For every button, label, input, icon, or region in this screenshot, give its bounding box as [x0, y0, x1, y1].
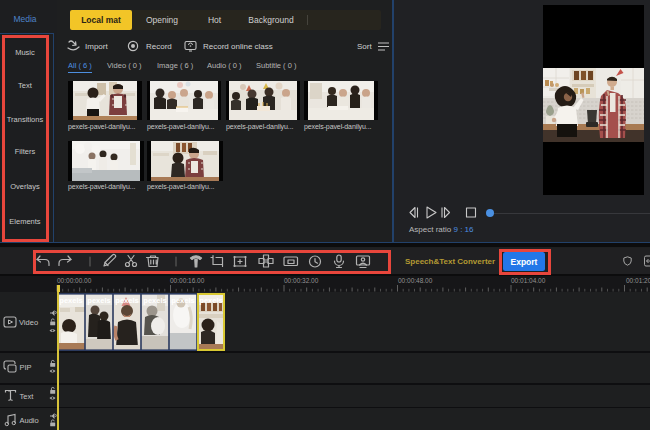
svg-text:pexels: pexels	[87, 296, 110, 305]
svg-text:pexels: pexels	[199, 296, 222, 305]
svg-text:pexels: pexels	[115, 296, 138, 305]
svg-text:pexels: pexels	[59, 296, 82, 305]
svg-text:pexels: pexels	[171, 296, 194, 305]
svg-text:pexels: pexels	[143, 296, 166, 305]
